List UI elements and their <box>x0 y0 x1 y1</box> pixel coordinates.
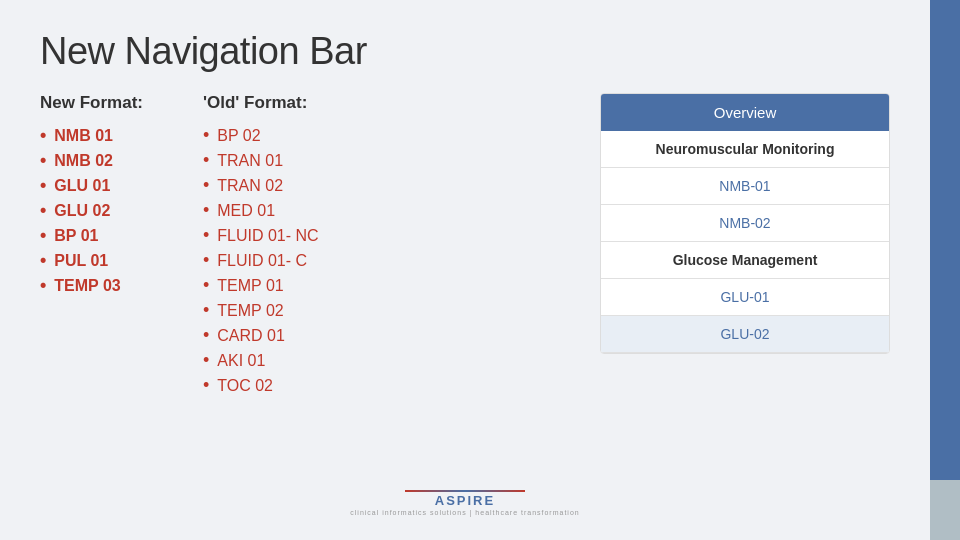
main-content: New Navigation Bar New Format: NMB 01 NM… <box>0 0 930 540</box>
overview-row-neuromuscular: Neuromuscular Monitoring <box>601 131 889 168</box>
overview-row-nmb01[interactable]: NMB-01 <box>601 168 889 205</box>
overview-row-nmb02[interactable]: NMB-02 <box>601 205 889 242</box>
list-item: PUL 01 <box>40 248 143 273</box>
list-item: NMB 02 <box>40 148 143 173</box>
aspire-logo: ASPIRE clinical informatics solutions | … <box>350 488 579 516</box>
overview-row-glucose: Glucose Management <box>601 242 889 279</box>
columns-container: New Format: NMB 01 NMB 02 GLU 01 GLU 02 … <box>40 93 580 460</box>
overview-row-glu02[interactable]: GLU-02 <box>601 316 889 353</box>
right-sidebar-top <box>930 0 960 480</box>
footer: ASPIRE clinical informatics solutions | … <box>40 480 890 520</box>
aspire-logo-text: ASPIRE <box>435 493 495 508</box>
new-format-column: New Format: NMB 01 NMB 02 GLU 01 GLU 02 … <box>40 93 143 460</box>
list-item: TEMP 02 <box>203 298 319 323</box>
list-item: FLUID 01- NC <box>203 223 319 248</box>
list-item: BP 02 <box>203 123 319 148</box>
overview-header: Overview <box>601 94 889 131</box>
list-item: TOC 02 <box>203 373 319 398</box>
list-item: GLU 01 <box>40 173 143 198</box>
old-format-column: 'Old' Format: BP 02 TRAN 01 TRAN 02 MED … <box>203 93 319 460</box>
list-item: TRAN 01 <box>203 148 319 173</box>
list-item: AKI 01 <box>203 348 319 373</box>
page-title: New Navigation Bar <box>40 30 890 73</box>
list-item: TEMP 03 <box>40 273 143 298</box>
list-item: BP 01 <box>40 223 143 248</box>
overview-panel: Overview Neuromuscular Monitoring NMB-01… <box>600 93 890 354</box>
list-item: NMB 01 <box>40 123 143 148</box>
new-format-heading: New Format: <box>40 93 143 113</box>
old-format-list: BP 02 TRAN 01 TRAN 02 MED 01 FLUID 01- N… <box>203 123 319 398</box>
old-format-heading: 'Old' Format: <box>203 93 319 113</box>
right-sidebar-bottom <box>930 480 960 540</box>
list-item: GLU 02 <box>40 198 143 223</box>
aspire-logo-subtitle: clinical informatics solutions | healthc… <box>350 509 579 516</box>
list-item: FLUID 01- C <box>203 248 319 273</box>
right-sidebar <box>930 0 960 540</box>
list-item: CARD 01 <box>203 323 319 348</box>
overview-row-glu01[interactable]: GLU-01 <box>601 279 889 316</box>
list-item: MED 01 <box>203 198 319 223</box>
list-item: TEMP 01 <box>203 273 319 298</box>
list-item: TRAN 02 <box>203 173 319 198</box>
logo-bar <box>405 490 525 492</box>
new-format-list: NMB 01 NMB 02 GLU 01 GLU 02 BP 01 PUL 01… <box>40 123 143 298</box>
